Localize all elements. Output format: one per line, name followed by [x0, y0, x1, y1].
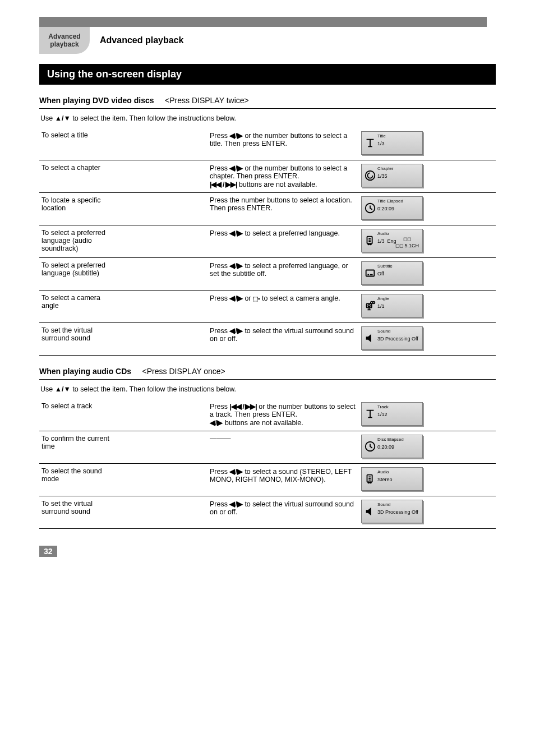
row-icon-cell: Audio 1/3 Eng ◻◻◻◻ 5.1CH [359, 225, 496, 258]
row-instruction: Press ◀/▶ or the number buttons to selec… [207, 128, 359, 160]
svg-point-3 [368, 244, 369, 245]
icon-display-clock: Disc Elapsed 0:20:09 [361, 435, 423, 458]
row-icon-cell: Sound 3D Processing Off [359, 323, 496, 356]
tab-text: Advanced playback [48, 33, 80, 48]
table-row: To select a title Press ◀/▶ or the numbe… [39, 128, 496, 160]
page-number: 32 [39, 546, 57, 557]
row-instruction: Press the number buttons to select a loc… [207, 193, 359, 225]
table-row: To confirm the current time ——— Disc Ela… [39, 431, 496, 464]
icon-label: Track [377, 404, 389, 409]
icon-display-sound: Sound 3D Processing Off [361, 326, 423, 350]
dolby-label: ◻◻ 5.1CH [395, 243, 419, 248]
row-action-label: To select a track [39, 399, 207, 431]
icon-label: Subtitle [377, 264, 393, 269]
row-instruction: ——— [207, 431, 359, 464]
svg-point-9 [373, 302, 375, 304]
icon-value: Off [377, 271, 384, 276]
icon-value: 3D Processing Off [377, 336, 418, 342]
skip-prev-next-icon: |◀◀ / ▶▶| [229, 403, 256, 411]
dvd-instruction: Use ▲/▼ to select the item. Then follow … [39, 112, 496, 128]
table-row: To select a preferred language (audio so… [39, 225, 496, 258]
clock-icon [364, 439, 376, 454]
icon-display-subtitle: Subtitle Off [361, 261, 423, 285]
table-row: To select a camera angle Press ◀/▶ or ⬚▪… [39, 291, 496, 323]
angle-icon [364, 298, 376, 314]
icon-label: Title [377, 133, 386, 139]
row-icon-cell: Subtitle Off [359, 258, 496, 291]
icon-display-title: Title 1/3 [361, 131, 423, 155]
instruction-suffix-2: to select the item. Then follow the inst… [71, 385, 236, 393]
row-action-label: To confirm the current time [39, 431, 207, 464]
icon-display-chapter: Chapter 1/35 [361, 164, 423, 187]
skip-prev-next-icon: |◀◀ / ▶▶| [210, 181, 237, 188]
instruction-prefix: Use [40, 114, 55, 122]
table-row: To set the virtual surround sound Press … [39, 496, 496, 529]
row-icon-cell: Sound 3D Processing Off [359, 496, 496, 529]
left-right-arrow-icon: ◀/▶ [229, 294, 242, 302]
subtitle-icon [364, 265, 376, 281]
icon-display-sound: Sound 3D Processing Off [361, 500, 423, 523]
table-row: To set the virtual surround sound Press … [39, 323, 496, 356]
left-right-arrow-icon: ◀/▶ [229, 132, 242, 140]
row-action-label: To select a preferred language (subtitle… [39, 258, 207, 291]
svg-point-0 [366, 171, 375, 181]
left-right-arrow-icon: ◀/▶ [229, 468, 242, 476]
icon-label: Title Elapsed [377, 199, 403, 204]
svg-point-4 [370, 244, 371, 245]
section-tab: Advanced playback [39, 27, 90, 54]
dvd-section-header-text: When playing DVD video discs [39, 96, 154, 105]
instruction-suffix: to select the item. Then follow the inst… [71, 114, 236, 122]
icon-value: 1/1 [377, 303, 385, 309]
row-instruction: Press ◀/▶ or ⬚▪ to select a camera angle… [207, 291, 359, 323]
chapter-icon [364, 168, 376, 183]
icon-display-angle: Angle 1/1 [361, 294, 423, 317]
row-instruction: Press |◀◀ / ▶▶| or the number buttons to… [207, 399, 359, 431]
dvd-table: To select a title Press ◀/▶ or the numbe… [39, 128, 496, 356]
page-title: Advanced playback [100, 27, 183, 54]
table-row: To select the sound mode Press ◀/▶ to se… [39, 464, 496, 496]
row-icon-cell: Angle 1/1 [359, 291, 496, 323]
audio-icon [364, 233, 376, 248]
row-instruction: Press ◀/▶ or the number buttons to selec… [207, 160, 359, 193]
icon-label: Sound [377, 329, 390, 334]
row-action-label: To select a preferred language (audio so… [39, 225, 207, 258]
arrow-up-down-icon-2: ▲/▼ [55, 385, 71, 393]
acd-section-header-text: When playing audio CDs [39, 367, 131, 376]
row-icon-cell: Track 1/12 [359, 399, 496, 431]
icon-display-clock: Title Elapsed 0:20:09 [361, 196, 423, 220]
row-action-label: To set the virtual surround sound [39, 323, 207, 356]
row-instruction: Press ◀/▶ to select a preferred language… [207, 258, 359, 291]
sound-icon [364, 504, 376, 519]
row-instruction: Press ◀/▶ to select the virtual surround… [207, 496, 359, 529]
row-instruction: Press ◀/▶ to select a sound (STEREO, LEF… [207, 464, 359, 496]
icon-label: Disc Elapsed [377, 437, 404, 442]
svg-point-13 [370, 482, 371, 483]
icon-label: Audio [377, 231, 389, 236]
icon-value: 0:20:09 [377, 444, 394, 450]
icon-value: 1/35 [377, 173, 388, 179]
icon-label: Chapter [377, 166, 393, 171]
icon-value: Stereo [377, 477, 393, 482]
icon-display-audio: Audio 1/3 Eng ◻◻◻◻ 5.1CH [361, 229, 423, 252]
icon-value: 3D Processing Off [377, 509, 418, 515]
icon-value: 1/3 [377, 141, 385, 146]
row-action-label: To set the virtual surround sound [39, 496, 207, 529]
row-action-label: To select a title [39, 128, 207, 160]
icon-value: 1/3 Eng [377, 238, 396, 244]
dvd-section-header: When playing DVD video discs <(Press DIS… [39, 85, 496, 109]
arrow-up-down-icon: ▲/▼ [55, 114, 71, 122]
row-action-label: To select a chapter [39, 160, 207, 193]
title-icon [364, 406, 376, 422]
row-icon-cell: Disc Elapsed 0:20:09 [359, 431, 496, 464]
row-instruction: Press ◀/▶ to select the virtual surround… [207, 323, 359, 356]
row-icon-cell: Audio Stereo [359, 464, 496, 496]
sound-icon [364, 330, 376, 346]
angle-button-icon: ⬚▪ [253, 296, 260, 302]
acd-section-header: When playing audio CDs <Press DISPLAY on… [39, 356, 496, 380]
left-right-arrow-icon: ◀/▶ [229, 164, 242, 172]
icon-value: 0:20:09 [377, 206, 394, 211]
acd-instruction: Use ▲/▼ to select the item. Then follow … [39, 383, 496, 399]
audio-icon [364, 471, 376, 487]
left-right-arrow-icon: ◀/▶ [229, 262, 242, 270]
acd-table: To select a track Press |◀◀ / ▶▶| or the… [39, 399, 496, 529]
